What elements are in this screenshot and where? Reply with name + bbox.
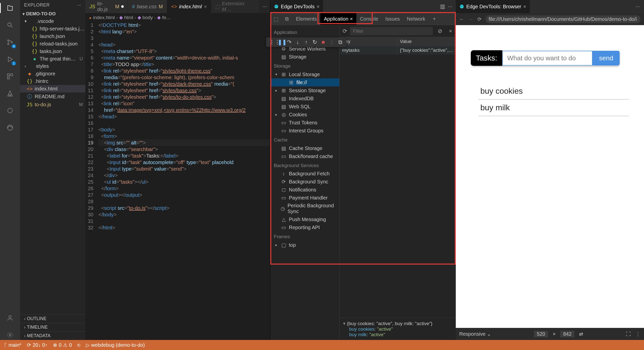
remote-icon[interactable] xyxy=(5,106,15,116)
metadata-section[interactable]: ›METADATA xyxy=(20,331,85,340)
forward-icon[interactable]: → xyxy=(468,16,473,22)
close-icon[interactable]: × xyxy=(317,4,320,10)
devtools-tab-console[interactable]: Console xyxy=(356,13,382,25)
devtools-tree-item[interactable]: ↕Background Fetch xyxy=(270,170,339,178)
close-icon[interactable]: × xyxy=(523,4,526,10)
devtools-tree-item[interactable]: ▭Trust Tokens xyxy=(270,119,339,127)
url-field[interactable]: file:///Users/chrisheilmann/Documents/Gi… xyxy=(486,15,640,23)
back-icon[interactable]: ← xyxy=(459,16,464,22)
send-button[interactable]: send xyxy=(593,51,620,66)
browser-tab[interactable]: Edge DevTools: Browser × xyxy=(456,0,530,13)
problems-status[interactable]: ⊗ 0 ⚠ 0 xyxy=(53,342,72,348)
devtools-tree-item[interactable]: ▸⊞Session Storage xyxy=(270,86,339,94)
ports-icon[interactable]: ⎋ xyxy=(77,342,80,348)
inspect-icon[interactable]: ⬚ xyxy=(270,16,281,22)
debug-status[interactable]: ▷ webdebug (demo-to-do) xyxy=(86,342,145,348)
task-item[interactable]: buy cookies xyxy=(478,83,629,99)
file-tree-item[interactable]: {}.hintrc xyxy=(20,77,85,85)
debug-stepin-icon[interactable]: ↓ xyxy=(295,39,301,45)
close-panel-icon[interactable]: × xyxy=(445,28,456,34)
devtools-more-icon[interactable]: ⋮ xyxy=(635,331,640,337)
outline-section[interactable]: ›OUTLINE xyxy=(20,314,85,323)
debug-pause-icon[interactable]: ❚❚ xyxy=(278,39,284,45)
devtools-tree-item[interactable]: ▸▢top xyxy=(270,241,339,249)
devtools-tab-application[interactable]: Application × xyxy=(320,13,356,25)
debug-drag-icon[interactable]: ⋮⋮ xyxy=(269,39,275,45)
task-item[interactable]: buy milk xyxy=(478,99,629,116)
more-icon[interactable]: ··· xyxy=(631,3,644,10)
devtools-tab-network[interactable]: Network xyxy=(403,13,429,25)
edge-icon[interactable] xyxy=(5,123,15,133)
file-tree-item[interactable]: {}tasks.json xyxy=(20,47,85,55)
devtools-tab-elements[interactable]: Elements xyxy=(292,13,320,25)
extensions-icon[interactable] xyxy=(5,71,15,81)
devtools-tree-item[interactable]: ▭Payment Handler xyxy=(270,194,339,202)
clear-icon[interactable]: ⊘ xyxy=(435,28,445,34)
devtools-tree-item[interactable]: ◻Notifications xyxy=(270,186,339,194)
branch-status[interactable]: ᚴ main* xyxy=(4,342,21,348)
azure-icon[interactable] xyxy=(5,88,15,98)
editor-tab[interactable]: ⬚Extension: M… xyxy=(211,0,260,13)
devtools-tree-item[interactable]: ⊞file:// xyxy=(270,78,339,86)
device-icon[interactable]: ⧉ xyxy=(281,16,292,22)
file-tree-item[interactable]: ›styles xyxy=(20,63,85,70)
sync-status[interactable]: ⟳ 20↓ 0↑ xyxy=(27,342,47,348)
close-icon[interactable]: × xyxy=(350,16,353,22)
debug-screenshot-icon[interactable]: ⧉ xyxy=(337,39,343,45)
file-tree-item[interactable]: {}launch.json xyxy=(20,32,85,40)
devtools-tree-item[interactable]: ▭Back/forward cache xyxy=(270,152,339,160)
settings-icon[interactable] xyxy=(5,330,15,340)
rotate-icon[interactable]: ⇄ xyxy=(579,331,583,337)
split-layout-icon[interactable]: ▥ xyxy=(440,3,445,10)
devtools-tree-item[interactable]: ▤Storage xyxy=(270,53,339,61)
devtools-tree-item[interactable]: ▾⊞Local Storage xyxy=(270,70,339,78)
filter-input[interactable] xyxy=(350,27,433,35)
add-tab-icon[interactable]: + xyxy=(429,16,440,22)
devtools-tree-item[interactable]: ▤Web SQL xyxy=(270,103,339,111)
file-tree-item[interactable]: ◆.gitignore xyxy=(20,70,85,77)
devtools-tree-item[interactable]: ▭Interest Groups xyxy=(270,127,339,135)
devtools-tree-item[interactable]: ▸◎Cookies xyxy=(270,111,339,119)
file-tree-item[interactable]: ✸The great thin…U xyxy=(20,55,85,63)
responsive-dropdown[interactable]: Responsive ⌄ xyxy=(459,331,491,337)
browser-viewport[interactable]: Tasks: send buy cookiesbuy milk xyxy=(456,25,644,328)
code-editor[interactable]: 1234567891011121314151617181920212223242… xyxy=(85,22,270,340)
devtools-tree-item[interactable]: ▤IndexedDB xyxy=(270,94,339,103)
timeline-section[interactable]: ›TIMELINE xyxy=(20,323,85,331)
file-tree-item[interactable]: JSto-do.jsM xyxy=(20,101,85,108)
sidebar-more-icon[interactable]: ··· xyxy=(77,3,81,8)
debug-restart-icon[interactable]: ↻ xyxy=(312,39,318,45)
debug-icon[interactable]: 1 xyxy=(5,54,15,64)
file-tree-item[interactable]: <>index.html xyxy=(20,85,85,92)
close-icon[interactable]: × xyxy=(204,4,207,10)
explorer-icon[interactable] xyxy=(5,3,15,13)
devtools-tab[interactable]: Edge DevTools × xyxy=(270,0,323,13)
scm-icon[interactable]: 4 xyxy=(5,37,15,47)
devtools-tree-item[interactable]: ▭Reporting API xyxy=(270,223,339,231)
storage-row[interactable]: mytasks{"buy cookies":"active",… xyxy=(340,46,456,55)
screenshot-icon[interactable]: ⛶ xyxy=(626,331,631,337)
search-icon[interactable] xyxy=(5,20,15,30)
refresh-icon[interactable]: ⟳ xyxy=(340,28,350,34)
viewport-width[interactable]: 520 xyxy=(534,331,548,337)
devtools-tree-item[interactable]: ◷Periodic Background Sync xyxy=(270,202,339,215)
breadcrumbs[interactable]: ⬥ index.html › ◆ html › ◆ body › ◆ fo… xyxy=(85,13,270,22)
more-icon[interactable]: ··· xyxy=(448,3,452,10)
debug-stop-icon[interactable]: ■ xyxy=(320,39,326,45)
more-icon[interactable]: ··· xyxy=(263,3,267,10)
task-input[interactable] xyxy=(502,51,593,66)
debug-toolbar[interactable]: ⋮⋮ ❚❚ ↷ ↓ ↑ ↻ ■ | ⧉ xyxy=(266,37,346,47)
file-tree-item[interactable]: {}reload-tasks.json xyxy=(20,40,85,47)
devtools-tree-item[interactable]: ⟳Background Sync xyxy=(270,178,339,186)
file-tree-item[interactable]: {}http-server-tasks.j…U xyxy=(20,25,85,32)
file-tree-item[interactable]: ▾.vscode xyxy=(20,18,85,25)
editor-tab[interactable]: JSto-do.jsM xyxy=(85,0,128,13)
devtools-tab-issues[interactable]: Issues xyxy=(382,13,403,25)
project-header[interactable]: ▾DEMO-TO-DO xyxy=(20,10,85,18)
account-icon[interactable] xyxy=(5,313,15,323)
editor-tab[interactable]: <>index.html× xyxy=(167,0,211,13)
file-tree-item[interactable]: ⓘREADME.md xyxy=(20,92,85,101)
reload-icon[interactable]: ⟳ xyxy=(477,16,482,22)
devtools-tree-item[interactable]: △Push Messaging xyxy=(270,215,339,223)
debug-stepout-icon[interactable]: ↑ xyxy=(303,39,309,45)
